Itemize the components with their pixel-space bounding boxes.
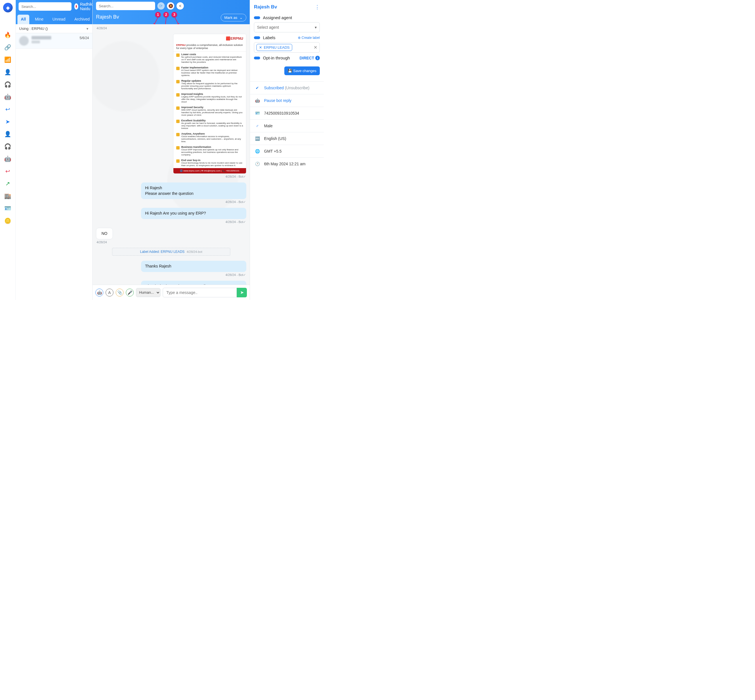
message-meta: 4/28/24 <box>97 241 246 244</box>
info-icon[interactable]: i <box>315 56 320 60</box>
card-icon[interactable]: 🪪 <box>5 205 11 212</box>
tab-archived[interactable]: Archived <box>71 15 93 24</box>
create-label-button[interactable]: ⊕Create label <box>298 36 320 40</box>
globe-icon: 🌐 <box>254 149 260 153</box>
reply-red-icon[interactable]: ↩ <box>5 168 11 175</box>
tab-unread[interactable]: Unread <box>49 15 69 24</box>
notification-toggle-button[interactable]: 🔕 <box>167 2 174 9</box>
list-search-input[interactable] <box>19 2 72 11</box>
message-input[interactable] <box>163 288 237 297</box>
voice-button[interactable]: 🎤 <box>126 289 134 297</box>
card-footer: 🌐 www.erpnu.com | ✉ info@erpnu.com | 📞 +… <box>173 168 246 173</box>
export-icon[interactable]: ↗ <box>5 180 11 187</box>
card-lead-brand: ERPNU <box>176 43 186 47</box>
clock-icon: 🕐 <box>254 162 260 166</box>
tab-all[interactable]: All <box>17 15 29 24</box>
attach-button[interactable]: 📎 <box>116 289 123 297</box>
reply-icon[interactable]: ↩ <box>5 106 11 112</box>
message-meta: 4/28/24 - Bot✓ <box>96 220 246 224</box>
card-brand: 🟥ERPNU <box>176 36 243 41</box>
bot-red-icon[interactable]: 🤖 <box>5 155 11 162</box>
app-logo[interactable]: ◈ <box>3 3 12 12</box>
card-lead-text: provides a comprehensive, all-inclusive … <box>176 43 243 50</box>
select-agent-dropdown[interactable]: Select agent ▾ <box>254 22 320 32</box>
chevron-down-icon: ▼ <box>86 27 89 30</box>
gender-icon: ♂ <box>254 123 260 128</box>
card-features: Lower costsNo upfront purchase costs, an… <box>173 52 246 168</box>
contact-id: 7425009310910534 <box>264 111 299 116</box>
message-incoming: NO <box>96 228 113 240</box>
reload-button[interactable]: ⟳ <box>158 2 165 9</box>
section-pill-icon <box>254 16 260 19</box>
chevron-down-icon: ⌄ <box>240 16 243 20</box>
message-meta: 4/28/24 - Bot✓ <box>96 200 246 204</box>
message-meta: 4/28/24 - Bot✓ <box>96 273 246 277</box>
message-outgoing: Hi Rajesh Please share your email <box>141 281 246 285</box>
system-label-event: Label Added: ERPNU LEADS 4/28/24-bot <box>112 248 230 256</box>
contact-gender: Male <box>264 123 273 128</box>
contact-timezone: GMT +5.5 <box>264 149 281 153</box>
reply-mode-select[interactable]: Human... <box>136 288 161 297</box>
labels-section-label: Labels <box>263 35 275 40</box>
optin-value: DIRECTi <box>300 56 320 60</box>
message-outgoing: Hi Rajesh Please answer the question <box>141 183 246 199</box>
headset-icon[interactable]: 🎧 <box>5 81 11 88</box>
message-outgoing: Hi Rajesh Are you using any ERP? <box>141 208 246 219</box>
section-pill-icon <box>254 36 260 39</box>
bot-mode-button[interactable]: 🤖 <box>95 289 103 297</box>
message-text: Please answer the question <box>145 191 242 197</box>
store-icon[interactable]: 🏬 <box>5 192 11 199</box>
label-tag: ✕ERPNU LEADS <box>256 44 292 51</box>
user-red-icon[interactable]: 👤 <box>5 131 11 138</box>
headset-red-icon[interactable]: 🎧 <box>5 143 11 150</box>
assigned-agent-label: Assigned agent <box>263 15 292 20</box>
id-icon: 🪪 <box>254 111 260 116</box>
fire-icon[interactable]: 🔥 <box>5 31 11 38</box>
send-button[interactable]: ➤ <box>237 288 247 297</box>
contact-language: English (US) <box>264 136 286 141</box>
detail-menu-button[interactable]: ⋮ <box>315 4 320 10</box>
text-style-button[interactable]: A <box>106 289 114 297</box>
save-changes-button[interactable]: 💾 Save changes <box>284 66 320 75</box>
conversation-avatar <box>19 36 29 45</box>
user-avatar-icon: ⬇ <box>74 3 78 9</box>
optin-label: Opt-in through <box>263 55 290 60</box>
message-meta: 4/28/24 - Bot✓ <box>96 175 246 178</box>
conversation-preview-blurred <box>31 41 40 43</box>
conversation-name-blurred <box>31 36 51 39</box>
using-label: Using : ERPNU () <box>19 27 48 31</box>
coins-icon[interactable]: 🪙 <box>5 217 11 224</box>
system-label-meta: 4/28/24-bot <box>187 250 203 253</box>
using-selector[interactable]: Using : ERPNU () ▼ <box>16 24 92 33</box>
system-label-text: Label Added: ERPNU LEADS <box>140 250 184 254</box>
check-circle-icon: ✔ <box>254 86 260 90</box>
section-pill-icon <box>254 56 260 59</box>
bot-icon[interactable]: 🤖 <box>5 94 11 100</box>
plus-icon: ⊕ <box>298 36 301 40</box>
remove-tag-button[interactable]: ✕ <box>259 45 262 50</box>
clear-labels-button[interactable]: ✕ <box>314 45 317 50</box>
language-icon: 🔤 <box>254 136 260 141</box>
bot-icon: 🤖 <box>254 98 260 103</box>
pause-bot-button[interactable]: Pause bot reply <box>264 98 291 103</box>
message-date: 4/28/24 <box>97 27 246 30</box>
detail-contact-name: Rajesh Bv <box>254 4 277 10</box>
user-icon[interactable]: 👤 <box>5 69 11 75</box>
labels-input[interactable]: ✕ERPNU LEADS ✕ <box>254 42 320 53</box>
tab-mine[interactable]: Mine <box>31 15 47 24</box>
wifi-icon[interactable]: 📶 <box>5 56 11 63</box>
chat-search-input[interactable] <box>96 2 155 10</box>
send-icon[interactable]: ➤ <box>5 118 11 125</box>
share-button[interactable]: < <box>176 2 184 9</box>
conversation-item[interactable]: 5/6/24 <box>16 33 92 49</box>
message-text: Hi Rajesh <box>145 185 242 191</box>
conversation-time: 5/6/24 <box>80 36 89 45</box>
link-icon[interactable]: 🔗 <box>5 44 11 51</box>
mark-as-label: Mark as <box>225 16 237 20</box>
subscription-status[interactable]: Subscribed (Unsubscribe) <box>264 86 309 90</box>
select-agent-placeholder: Select agent <box>257 25 279 30</box>
contact-created-at: 6th May 2024 12:21 am <box>264 162 306 166</box>
mark-as-button[interactable]: Mark as ⌄ <box>221 14 246 21</box>
message-card: 🟥ERPNU ERPNU provides a comprehensive, a… <box>173 34 246 174</box>
chevron-down-icon: ▾ <box>315 25 317 30</box>
